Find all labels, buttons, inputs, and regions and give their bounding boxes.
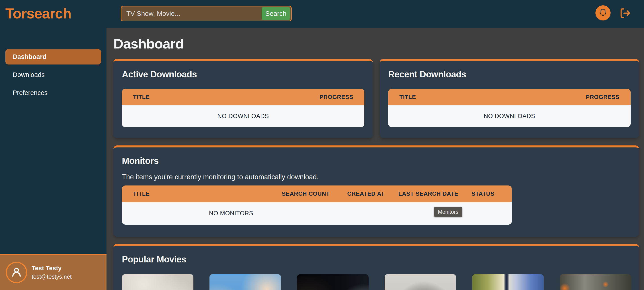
sidebar-item-label: Preferences <box>13 89 48 97</box>
column-title: TITLE <box>399 94 416 101</box>
table-header: TITLE PROGRESS <box>122 89 364 105</box>
recent-downloads-card: Recent Downloads TITLE PROGRESS NO DOWNL… <box>380 59 639 138</box>
empty-row: NO DOWNLOADS <box>122 105 364 127</box>
column-search-count: SEARCH COUNT <box>276 190 336 197</box>
downloads-cards-row: Active Downloads TITLE PROGRESS NO DOWNL… <box>114 59 639 138</box>
search-button[interactable]: Search <box>262 7 290 20</box>
movie-poster[interactable] <box>122 274 194 290</box>
page-title: Dashboard <box>114 36 639 52</box>
user-email: test@testys.net <box>32 273 72 280</box>
topbar: Torsearch Search <box>0 0 644 28</box>
search-input[interactable] <box>122 6 262 21</box>
empty-label: NO DOWNLOADS <box>217 113 269 120</box>
bell-icon <box>599 8 607 17</box>
sidebar-item-preferences[interactable]: Preferences <box>5 85 101 101</box>
card-title: Active Downloads <box>122 69 364 79</box>
monitors-tooltip: Monitors <box>434 207 462 217</box>
movie-poster[interactable] <box>560 274 631 290</box>
column-title: TITLE <box>133 94 150 101</box>
card-title: Monitors <box>122 156 631 166</box>
active-downloads-table: TITLE PROGRESS NO DOWNLOADS <box>122 89 364 127</box>
active-downloads-card: Active Downloads TITLE PROGRESS NO DOWNL… <box>114 59 373 138</box>
monitors-description: The items you're currently monitoring to… <box>122 173 631 181</box>
empty-row: NO DOWNLOADS <box>388 105 631 127</box>
table-header: TITLE PROGRESS <box>388 89 631 105</box>
monitors-card: Monitors The items you're currently moni… <box>114 145 639 237</box>
sidebar-item-label: Downloads <box>13 71 44 79</box>
user-panel[interactable]: Test Testy test@testys.net <box>0 254 106 290</box>
column-last-search-date: LAST SEARCH DATE <box>396 190 460 197</box>
column-progress: PROGRESS <box>586 94 620 101</box>
column-title: TITLE <box>133 190 276 197</box>
sidebar-item-label: Dashboard <box>13 53 46 60</box>
column-progress: PROGRESS <box>320 94 353 101</box>
monitors-table: TITLE SEARCH COUNT CREATED AT LAST SEARC… <box>122 185 512 225</box>
column-status: STATUS <box>460 190 505 197</box>
search-form: Search <box>121 6 292 21</box>
user-icon <box>10 266 23 279</box>
card-title: Recent Downloads <box>388 69 631 79</box>
movie-poster[interactable] <box>384 274 456 290</box>
movie-poster[interactable] <box>472 274 544 290</box>
posters-row <box>122 274 631 290</box>
popular-movies-card: Popular Movies <box>114 244 639 290</box>
column-created-at: CREATED AT <box>336 190 396 197</box>
logout-icon <box>620 16 631 19</box>
brand-logo[interactable]: Torsearch <box>5 5 71 22</box>
sidebar-item-downloads[interactable]: Downloads <box>5 67 101 83</box>
notifications-button[interactable] <box>596 5 610 20</box>
recent-downloads-table: TITLE PROGRESS NO DOWNLOADS <box>388 89 631 127</box>
user-name: Test Testy <box>32 265 72 272</box>
sidebar-nav: Dashboard Downloads Preferences <box>0 49 106 101</box>
card-title: Popular Movies <box>122 254 631 265</box>
logout-button[interactable] <box>620 7 631 19</box>
empty-label: NO MONITORS <box>122 210 340 217</box>
main-content: Dashboard Active Downloads TITLE PROGRES… <box>106 28 644 290</box>
empty-label: NO DOWNLOADS <box>484 113 535 120</box>
sidebar: Dashboard Downloads Preferences Test Tes… <box>0 28 106 290</box>
sidebar-item-dashboard[interactable]: Dashboard <box>5 49 101 64</box>
user-info: Test Testy test@testys.net <box>32 265 72 280</box>
movie-poster[interactable] <box>297 274 368 290</box>
movie-poster[interactable] <box>210 274 281 290</box>
avatar <box>6 262 27 283</box>
table-header: TITLE SEARCH COUNT CREATED AT LAST SEARC… <box>122 185 512 202</box>
